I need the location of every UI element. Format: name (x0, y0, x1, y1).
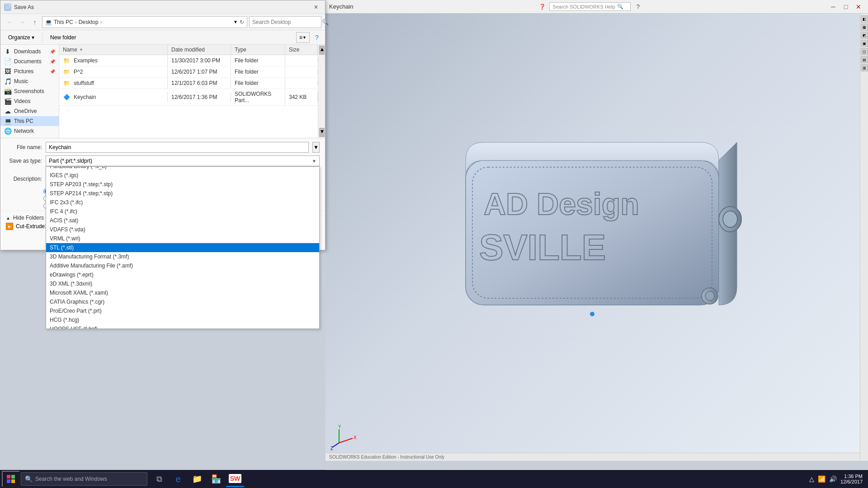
taskbar-store[interactable]: 🏪 (207, 471, 225, 487)
file-list-scrollbar[interactable]: ▲ ▼ (318, 45, 325, 138)
tray-network[interactable]: 📶 (818, 475, 826, 483)
scroll-up-btn[interactable]: ▲ (319, 46, 325, 55)
dropdown-item[interactable]: Parasolid Binary (*.x_b) (46, 166, 319, 171)
downloads-icon: ⬇ (4, 48, 11, 55)
view-btn[interactable]: ≡ ▼ (296, 32, 310, 43)
dropdown-item[interactable]: HCG (*.hcg) (46, 315, 319, 324)
tray-clock[interactable]: 1:36 PM 12/6/2017 (840, 474, 863, 484)
description-label: Description: (6, 176, 42, 182)
sidebar-item-screenshots[interactable]: 📸 Screenshots (0, 86, 59, 96)
taskbar-explorer[interactable]: 📁 (188, 471, 206, 487)
rt-btn-3[interactable]: ◩ (861, 32, 868, 39)
dropdown-item[interactable]: VRML (*.wrl) (46, 234, 319, 243)
network-icon: 🌐 (4, 127, 11, 135)
dropdown-item[interactable]: STEP AP214 (*.step;*.stp) (46, 189, 319, 198)
new-folder-label: New folder (50, 34, 76, 41)
rt-btn-2[interactable]: ▦ (861, 23, 868, 31)
bc-refresh-btn[interactable]: ↻ (240, 19, 244, 25)
sidebar-item-this-pc[interactable]: 💻 This PC (0, 116, 59, 126)
sidebar-item-network[interactable]: 🌐 Network (0, 126, 59, 136)
edge-icon: e (175, 474, 180, 484)
sw-help-search-text: Search SOLIDWORKS Help (552, 4, 615, 9)
dropdown-item[interactable]: 3D Manufacturing Format (*.3mf) (46, 252, 319, 261)
file-row-1[interactable]: 📁 P^2 12/6/2017 1:07 PM File folder (59, 66, 318, 78)
dropdown-item[interactable]: VDAFS (*.vda) (46, 225, 319, 234)
taskbar-task-view[interactable]: ⧉ (150, 471, 168, 487)
cut-extrude-label: Cut-Extrude1 (16, 223, 48, 230)
file-size-0 (285, 59, 318, 62)
dropdown-item[interactable]: STL (*.stl) (46, 243, 319, 252)
file-row-2[interactable]: 📁 stuffstuff 12/1/2017 6:03 PM File fold… (59, 78, 318, 89)
dropdown-item[interactable]: 3D XML (*.3dxml) (46, 279, 319, 288)
rt-btn-6[interactable]: ▤ (861, 56, 868, 63)
sw-maximize-btn[interactable]: □ (840, 1, 852, 12)
sw-help-btn[interactable]: ? (634, 3, 642, 10)
col-size[interactable]: Size (285, 45, 318, 55)
sw-close-btn[interactable]: ✕ (853, 1, 864, 12)
sidebar-item-music[interactable]: 🎵 Music (0, 76, 59, 86)
taskbar-search[interactable]: 🔍 Search the web and Windows (21, 472, 147, 486)
dropdown-item[interactable]: IFC 2x3 (*.ifc) (46, 198, 319, 207)
sidebar-onedrive-label: OneDrive (14, 108, 37, 114)
rt-btn-1[interactable]: ◧ (861, 15, 868, 23)
search-input[interactable] (252, 19, 320, 25)
sw-help-search-box[interactable]: Search SOLIDWORKS Help 🔍 (549, 2, 631, 11)
new-folder-btn[interactable]: New folder (46, 32, 80, 43)
filename-dropdown-btn[interactable]: ▼ (312, 142, 320, 153)
taskbar-edge[interactable]: e (169, 471, 187, 487)
filename-row: File name: ▼ (6, 142, 320, 153)
search-box[interactable]: 🔍 (249, 16, 321, 28)
breadcrumb-bar[interactable]: 💻 This PC › Desktop › ▼ ↻ (42, 16, 247, 28)
bc-desktop: Desktop (79, 19, 99, 25)
dropdown-item[interactable]: ACIS (*.sat) (46, 216, 319, 225)
nav-back-btn[interactable]: ← (4, 17, 15, 28)
svg-point-2 (723, 211, 737, 227)
rt-btn-4[interactable]: ▣ (861, 40, 868, 47)
nav-up-btn[interactable]: ↑ (29, 17, 40, 28)
rt-btn-5[interactable]: ◫ (861, 48, 868, 55)
tray-volume[interactable]: 🔊 (829, 475, 837, 483)
svg-text:AD Design: AD Design (484, 187, 639, 221)
sidebar-item-downloads[interactable]: ⬇ Downloads 📌 (0, 47, 59, 56)
sidebar-item-documents[interactable]: 📄 Documents 📌 (0, 56, 59, 66)
file-name-0: 📁 Examples (59, 55, 168, 66)
start-button[interactable] (2, 471, 20, 487)
taskbar: 🔍 Search the web and Windows ⧉ e 📁 🏪 SW … (0, 470, 868, 488)
sidebar-item-pictures[interactable]: 🖼 Pictures 📌 (0, 66, 59, 76)
tray-notification[interactable]: △ (809, 475, 814, 483)
dropdown-item[interactable]: STEP AP203 (*.step;*.stp) (46, 180, 319, 189)
savetype-dropdown-list[interactable]: Part (*.prt;*.sldprt)Lib Feat Part (*.sl… (46, 166, 320, 329)
sw-minimize-btn[interactable]: ─ (827, 1, 839, 12)
sw-search-icon: 🔍 (617, 4, 623, 9)
dropdown-item[interactable]: ProE/Creo Part (*.prt) (46, 306, 319, 315)
sidebar-item-onedrive[interactable]: ☁ OneDrive (0, 106, 59, 116)
bc-dropdown-btn[interactable]: ▼ (233, 19, 238, 24)
dropdown-item[interactable]: HOOPS HSF (*.hsf) (46, 324, 319, 329)
file-list-header: Name ▼ Date modified Type Size (59, 45, 318, 55)
col-name[interactable]: Name ▼ (59, 45, 168, 55)
col-date[interactable]: Date modified (168, 45, 231, 55)
dropdown-item[interactable]: IGES (*.igs) (46, 171, 319, 180)
file-row-0[interactable]: 📁 Examples 11/30/2017 3:00 PM File folde… (59, 55, 318, 66)
nav-forward-btn[interactable]: → (17, 17, 28, 28)
filename-input[interactable] (46, 142, 309, 153)
rt-btn-7[interactable]: ▥ (861, 64, 868, 71)
col-type[interactable]: Type (231, 45, 285, 55)
sw-title: Keychain (329, 3, 353, 10)
sidebar-item-videos[interactable]: 🎬 Videos (0, 96, 59, 106)
taskbar-solidworks[interactable]: SW (226, 471, 244, 487)
dropdown-item[interactable]: Microsoft XAML (*.xaml) (46, 288, 319, 297)
dropdown-item[interactable]: Additive Manufacturing File (*.amf) (46, 261, 319, 270)
savetype-select[interactable]: Part (*.prt;*.sldprt) ▼ (46, 155, 320, 166)
dropdown-item[interactable]: eDrawings (*.eprt) (46, 270, 319, 279)
help-btn[interactable]: ? (312, 33, 321, 42)
dropdown-item[interactable]: CATIA Graphics (*.cgr) (46, 297, 319, 306)
dialog-close-button[interactable]: × (311, 2, 321, 12)
file-name-text-2: stuffstuff (74, 80, 94, 86)
file-row-3[interactable]: 🔷 Keychain 12/6/2017 1:36 PM SOLIDWORKS … (59, 89, 318, 106)
scroll-down-btn[interactable]: ▼ (319, 128, 325, 137)
dropdown-item[interactable]: IFC 4 (*.ifc) (46, 207, 319, 216)
organize-btn[interactable]: Organize ▾ (4, 32, 38, 43)
sw-window-controls: ─ □ ✕ (827, 1, 864, 12)
sw-help-icon: ❓ (539, 4, 546, 10)
